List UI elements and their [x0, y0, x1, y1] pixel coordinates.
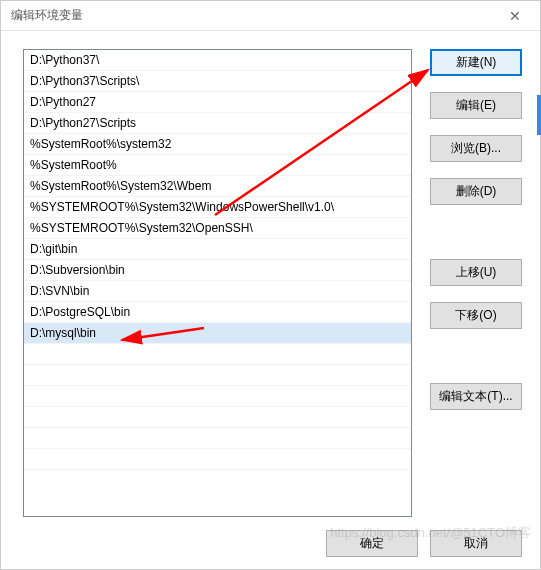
move-down-button[interactable]: 下移(O)	[430, 302, 522, 329]
close-icon[interactable]: ✕	[500, 8, 530, 24]
button-column: 新建(N) 编辑(E) 浏览(B)... 删除(D) 上移(U) 下移(O) 编…	[430, 49, 522, 517]
path-entry-empty	[24, 449, 411, 470]
path-entry[interactable]: D:\Python37\	[24, 50, 411, 71]
path-entry[interactable]: D:\SVN\bin	[24, 281, 411, 302]
path-entry[interactable]: D:\mysql\bin	[24, 323, 411, 344]
delete-button[interactable]: 删除(D)	[430, 178, 522, 205]
path-listbox[interactable]: D:\Python37\D:\Python37\Scripts\D:\Pytho…	[23, 49, 412, 517]
edit-text-button[interactable]: 编辑文本(T)...	[430, 383, 522, 410]
path-entry[interactable]: D:\PostgreSQL\bin	[24, 302, 411, 323]
path-entry[interactable]: D:\Python27	[24, 92, 411, 113]
edit-button[interactable]: 编辑(E)	[430, 92, 522, 119]
env-var-editor-window: 编辑环境变量 ✕ D:\Python37\D:\Python37\Scripts…	[0, 0, 541, 570]
path-entry[interactable]: D:\Python37\Scripts\	[24, 71, 411, 92]
path-entry[interactable]: %SystemRoot%\System32\Wbem	[24, 176, 411, 197]
path-entry-empty	[24, 386, 411, 407]
new-button[interactable]: 新建(N)	[430, 49, 522, 76]
cancel-button[interactable]: 取消	[430, 530, 522, 557]
path-entry[interactable]: %SYSTEMROOT%\System32\OpenSSH\	[24, 218, 411, 239]
path-entry[interactable]: %SystemRoot%	[24, 155, 411, 176]
window-title: 编辑环境变量	[11, 7, 83, 24]
path-entry[interactable]: D:\git\bin	[24, 239, 411, 260]
path-entry-empty	[24, 344, 411, 365]
content-area: D:\Python37\D:\Python37\Scripts\D:\Pytho…	[1, 31, 540, 517]
path-entry-empty	[24, 365, 411, 386]
titlebar: 编辑环境变量 ✕	[1, 1, 540, 31]
path-entry-empty	[24, 407, 411, 428]
ok-button[interactable]: 确定	[326, 530, 418, 557]
move-up-button[interactable]: 上移(U)	[430, 259, 522, 286]
path-entry[interactable]: D:\Python27\Scripts	[24, 113, 411, 134]
footer: 确定 取消	[1, 517, 540, 569]
browse-button[interactable]: 浏览(B)...	[430, 135, 522, 162]
path-entry[interactable]: %SystemRoot%\system32	[24, 134, 411, 155]
path-entry-empty	[24, 428, 411, 449]
path-entry[interactable]: %SYSTEMROOT%\System32\WindowsPowerShell\…	[24, 197, 411, 218]
path-entry[interactable]: D:\Subversion\bin	[24, 260, 411, 281]
